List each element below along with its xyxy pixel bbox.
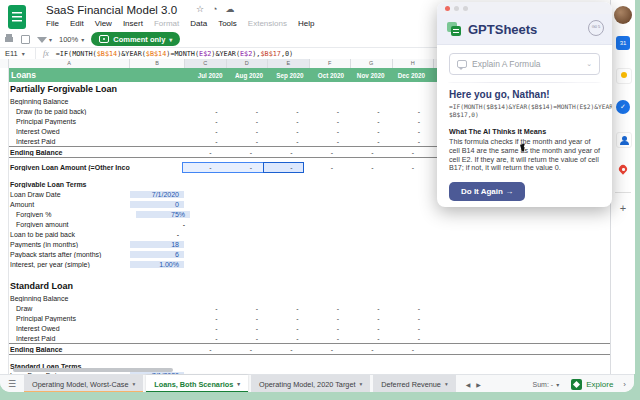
row-label-cell[interactable]: Ending Balance xyxy=(8,149,130,156)
maximize-icon[interactable] xyxy=(463,6,468,11)
value-cell[interactable]: - xyxy=(393,138,434,145)
row-label-cell[interactable]: Standard Loan xyxy=(8,281,130,291)
row-label-cell[interactable]: Interest, per year (simple) xyxy=(8,261,130,268)
banner-title[interactable]: Loans xyxy=(8,70,131,80)
row-label-cell[interactable]: Interest Paid xyxy=(8,138,136,145)
row-label-cell[interactable]: Loan to be paid back xyxy=(8,231,130,238)
column-header-G[interactable]: G xyxy=(351,59,393,68)
row-label-cell[interactable]: Draw xyxy=(8,305,136,312)
row-label-cell[interactable]: Loan Draw Date xyxy=(8,191,130,198)
avatar[interactable] xyxy=(614,6,632,24)
value-cell-b[interactable]: 75% xyxy=(136,211,190,218)
column-header-E[interactable]: E xyxy=(268,59,310,68)
value-cell[interactable]: - xyxy=(190,305,231,312)
sheet-tab-3[interactable]: Operating Model, 2020 Target▾ xyxy=(251,375,370,392)
row-label-cell[interactable]: Interest Paid xyxy=(8,335,136,342)
value-cell[interactable]: - xyxy=(306,346,347,353)
value-cell-b[interactable]: 7/1/2020 xyxy=(130,191,184,198)
value-cell[interactable]: - xyxy=(346,164,387,171)
close-icon[interactable] xyxy=(445,6,450,11)
value-cell[interactable]: - xyxy=(312,325,353,332)
value-cell[interactable]: - xyxy=(231,335,272,342)
value-cell[interactable]: - xyxy=(346,149,387,156)
value-cell-b[interactable]: 0 xyxy=(130,201,184,208)
value-cell[interactable]: - xyxy=(387,149,428,156)
value-cell[interactable]: - xyxy=(312,108,353,115)
document-title[interactable]: SaaS Financial Model 3.0 xyxy=(46,4,177,16)
value-cell[interactable]: - xyxy=(393,325,434,332)
menu-format[interactable]: Format xyxy=(154,19,179,31)
value-cell[interactable]: - xyxy=(231,305,272,312)
value-cell[interactable]: - xyxy=(393,118,434,125)
month-header-1[interactable]: Jul 2020 xyxy=(185,72,226,79)
value-cell[interactable]: - xyxy=(352,315,393,322)
value-cell[interactable]: - xyxy=(352,305,393,312)
row-label-cell[interactable]: Partially Forgivable Loan xyxy=(8,84,130,94)
value-cell[interactable]: - xyxy=(190,128,231,135)
value-cell[interactable]: - xyxy=(190,118,231,125)
value-cell[interactable]: - xyxy=(231,128,272,135)
row-label-cell[interactable]: Forgiven % xyxy=(8,211,136,218)
value-cell[interactable]: - xyxy=(184,149,225,156)
value-cell[interactable]: - xyxy=(312,335,353,342)
column-header-D[interactable]: D xyxy=(227,59,269,68)
value-cell[interactable]: - xyxy=(352,138,393,145)
value-cell[interactable]: - xyxy=(352,118,393,125)
plus-icon[interactable]: + xyxy=(616,202,630,214)
value-cell[interactable]: - xyxy=(312,118,353,125)
value-cell-b[interactable]: 18 xyxy=(130,241,184,248)
column-header-H[interactable]: H xyxy=(393,59,435,68)
tasks-icon[interactable]: ✓ xyxy=(616,100,630,114)
value-cell[interactable]: - xyxy=(346,346,387,353)
print-icon[interactable] xyxy=(4,34,14,44)
value-cell[interactable]: - xyxy=(225,149,266,156)
menu-extensions[interactable]: Extensions xyxy=(248,19,287,31)
action-select[interactable]: Explain A Formula ⌄ xyxy=(449,53,600,75)
keep-icon[interactable] xyxy=(616,68,632,84)
row-label-cell[interactable]: Amount xyxy=(8,201,130,208)
value-cell[interactable]: - xyxy=(306,149,347,156)
row-label-cell[interactable]: Ending Balance xyxy=(8,346,130,353)
value-cell[interactable]: - xyxy=(190,315,231,322)
value-cell-b[interactable]: 1.00% xyxy=(130,261,184,268)
menu-help[interactable]: Help xyxy=(298,19,314,31)
value-cell-b[interactable]: 6 xyxy=(130,251,184,258)
row-label-cell[interactable]: Payments (in months) xyxy=(8,241,130,248)
value-cell[interactable]: - xyxy=(271,128,312,135)
value-cell[interactable]: - xyxy=(231,325,272,332)
column-header-A[interactable]: A xyxy=(9,59,130,68)
value-cell[interactable]: - xyxy=(393,108,434,115)
credits-badge[interactable]: G0 5 xyxy=(588,20,604,36)
value-cell[interactable]: - xyxy=(393,335,434,342)
value-cell[interactable]: - xyxy=(271,325,312,332)
month-header-5[interactable]: Nov 2020 xyxy=(347,72,388,79)
value-cell[interactable]: - xyxy=(190,108,231,115)
month-header-6[interactable]: Dec 2020 xyxy=(388,72,429,79)
title-status-icons[interactable]: ☆◔☁ xyxy=(196,4,243,14)
row-label-cell[interactable]: Forgiven amount xyxy=(8,221,136,228)
value-cell[interactable]: - xyxy=(225,346,266,353)
month-header-4[interactable]: Oct 2020 xyxy=(307,72,348,79)
horizontal-scrollbar[interactable] xyxy=(13,368,173,372)
value-cell[interactable]: - xyxy=(352,335,393,342)
all-sheets-icon[interactable]: ☰ xyxy=(8,379,16,389)
month-header-3[interactable]: Sep 2020 xyxy=(266,72,307,79)
value-cell[interactable]: - xyxy=(231,315,272,322)
row-label-cell[interactable]: Payback starts after (months) xyxy=(8,251,130,258)
name-box[interactable]: E11▾ xyxy=(0,48,36,59)
menu-insert[interactable]: Insert xyxy=(123,19,143,31)
row-label-cell[interactable]: Interest Owed xyxy=(8,325,136,332)
gutter-header[interactable] xyxy=(0,59,9,68)
filter-button[interactable]: ▾ xyxy=(37,35,52,43)
value-cell[interactable]: - xyxy=(352,128,393,135)
row-label-cell[interactable]: Interest Owed xyxy=(8,128,136,135)
row-label-cell[interactable]: Draw (to be paid back) xyxy=(8,108,136,115)
hide-side-panel-icon[interactable]: › xyxy=(623,380,626,389)
contacts-icon[interactable] xyxy=(616,132,632,148)
value-cell[interactable]: - xyxy=(271,335,312,342)
calendar-icon[interactable]: 31 xyxy=(616,36,630,50)
value-cell[interactable]: - xyxy=(312,305,353,312)
value-cell[interactable]: - xyxy=(190,325,231,332)
maps-icon[interactable] xyxy=(616,164,630,178)
sheet-tab-2[interactable]: Loans, Both Scenarios▾ xyxy=(146,375,248,392)
